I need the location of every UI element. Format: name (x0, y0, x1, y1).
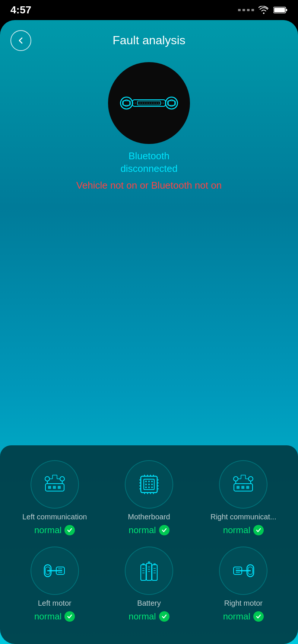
bt-status: Bluetooth disconnected (120, 150, 177, 175)
svg-point-56 (234, 477, 238, 481)
page-title: Fault analysis (112, 33, 186, 47)
status-icons (238, 6, 288, 14)
circuit-right-icon (228, 470, 258, 499)
svg-rect-75 (142, 563, 145, 565)
svg-rect-15 (58, 486, 61, 489)
right-communication-status-text: normal (223, 525, 250, 535)
battery-status: normal (129, 611, 169, 622)
svg-rect-32 (151, 484, 153, 485)
svg-rect-2 (286, 9, 287, 11)
status-time: 4:57 (10, 4, 31, 16)
bt-status-line2: disconnected (120, 163, 177, 175)
battery-status-text: normal (129, 611, 156, 622)
right-motor-status-text: normal (223, 611, 250, 622)
right-motor-icon-circle (219, 547, 267, 595)
svg-rect-54 (241, 486, 244, 489)
right-communication-icon-circle (219, 460, 267, 509)
left-motor-icon-circle (31, 547, 79, 595)
svg-rect-28 (148, 481, 150, 482)
header: Fault analysis (0, 20, 298, 55)
svg-rect-33 (145, 487, 147, 488)
battery-label: Battery (137, 599, 161, 608)
diag-item-motherboard: Motherboard normal (105, 460, 192, 535)
right-motor-check (253, 611, 264, 622)
svg-rect-73 (146, 563, 152, 580)
motherboard-icon-circle (125, 460, 173, 509)
motor-right-icon (228, 556, 258, 586)
svg-rect-76 (148, 561, 150, 564)
left-motor-label: Left motor (38, 599, 72, 608)
svg-rect-35 (151, 487, 153, 488)
svg-rect-34 (148, 487, 150, 488)
diagnostics-panel: Left communication normal (0, 445, 298, 644)
svg-rect-72 (141, 565, 146, 580)
right-communication-check (253, 525, 264, 535)
svg-rect-55 (246, 486, 249, 489)
app-container: Fault analysis Bluetooth (0, 20, 298, 644)
svg-rect-77 (153, 563, 156, 565)
vehicle-icon (119, 88, 179, 118)
svg-point-16 (45, 477, 50, 481)
svg-rect-14 (53, 486, 56, 489)
vehicle-section: Bluetooth disconnected Vehicle not on or… (0, 62, 298, 191)
diag-item-left-motor: Left motor normal (11, 547, 98, 622)
svg-point-57 (248, 477, 253, 481)
svg-point-17 (60, 477, 64, 481)
battery-icon-circle (125, 547, 173, 595)
diag-item-battery: Battery normal (105, 547, 192, 622)
right-motor-status: normal (223, 611, 264, 622)
motherboard-status: normal (129, 525, 169, 535)
svg-rect-29 (151, 481, 153, 482)
circuit-left-icon (40, 470, 70, 499)
left-communication-check (64, 525, 75, 535)
svg-rect-13 (48, 486, 51, 489)
motor-left-icon (40, 556, 70, 586)
left-motor-check (64, 611, 75, 622)
right-motor-label: Right motor (224, 599, 263, 608)
diag-item-right-motor: Right motor normal (200, 547, 287, 622)
right-communication-label: Right communicat... (210, 512, 276, 521)
svg-rect-53 (237, 486, 240, 489)
diagnostics-grid: Left communication normal (11, 460, 287, 622)
motherboard-label: Motherboard (128, 512, 170, 521)
svg-rect-1 (274, 8, 285, 12)
left-communication-status-text: normal (34, 525, 61, 535)
left-communication-status: normal (34, 525, 75, 535)
back-button[interactable] (10, 30, 31, 51)
wifi-icon (259, 6, 269, 14)
svg-rect-30 (145, 484, 147, 485)
left-communication-icon-circle (31, 460, 79, 509)
battery-icon (134, 556, 164, 586)
svg-rect-31 (148, 484, 150, 485)
motherboard-check (159, 525, 169, 535)
svg-rect-74 (152, 565, 157, 580)
diag-item-right-communication: Right communicat... normal (200, 460, 287, 535)
battery-check (159, 611, 169, 622)
vehicle-icon-circle (108, 62, 190, 144)
left-motor-status-text: normal (34, 611, 61, 622)
signal-icon (238, 9, 254, 11)
svg-rect-27 (145, 481, 147, 482)
bt-status-line1: Bluetooth (120, 150, 177, 163)
battery-status-icon (273, 6, 288, 14)
diag-item-left-communication: Left communication normal (11, 460, 98, 535)
left-motor-status: normal (34, 611, 75, 622)
motherboard-status-text: normal (129, 525, 156, 535)
bt-error-text: Vehicle not on or Bluetooth not on (76, 180, 222, 191)
left-communication-label: Left communication (22, 512, 87, 521)
back-icon (17, 36, 25, 45)
status-bar: 4:57 (0, 0, 298, 20)
right-communication-status: normal (223, 525, 264, 535)
chip-icon (134, 470, 164, 499)
